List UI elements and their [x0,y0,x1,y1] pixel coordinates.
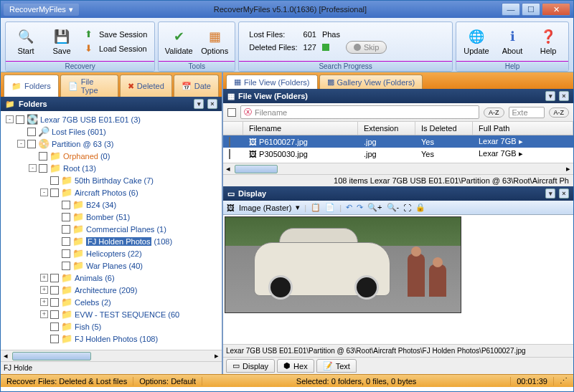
table-row[interactable]: 🖼 P3050030.jpg.jpgYesLexar 7GB ▸ [223,148,573,160]
panel-menu-button[interactable]: ▾ [545,188,555,199]
tree-row[interactable]: +📁Animals (6) [3,272,220,284]
tree-row[interactable]: 📁50th Birthday Cake (7) [3,174,220,186]
resize-grip-icon[interactable]: ⋰ [554,376,573,386]
tree-checkbox[interactable] [50,274,59,282]
skip-button[interactable]: Skip [346,41,387,54]
row-checkbox[interactable] [229,149,230,159]
tool-fit-icon[interactable]: ⛶ [403,204,411,212]
options-button[interactable]: ▦ Options [197,25,232,58]
tree-checkbox[interactable] [62,237,70,246]
load-session-button[interactable]: ⬇ Load Session [80,42,151,56]
validate-button[interactable]: ✔ Validate [161,25,196,58]
expander-icon[interactable]: + [40,310,48,318]
tab-text[interactable]: 📝 Text [316,359,357,373]
ext-filter[interactable]: Exte [509,107,545,118]
tool-rotate-right-icon[interactable]: ↷ [357,203,363,212]
tree-row[interactable]: 📁Helicopters (22) [3,247,220,259]
col-full-path[interactable]: Full Path [473,122,573,135]
tree-checkbox[interactable] [39,164,47,173]
tree-checkbox[interactable] [39,152,47,161]
start-button[interactable]: 🔍 Start [9,25,43,58]
tool-zoom-out-icon[interactable]: 🔍- [387,203,400,212]
expander-icon[interactable]: - [29,164,37,172]
update-button[interactable]: 🌐 Update [459,25,494,58]
app-menu[interactable]: RecoverMyFiles ▾ [4,4,79,16]
col-filename[interactable]: Filename [243,122,358,135]
expander-icon[interactable]: - [6,115,14,123]
tree-row[interactable]: -📁Aircraft Photos (6) [3,186,220,199]
about-button[interactable]: ℹ About [495,25,530,58]
expander-icon[interactable]: - [17,140,25,148]
tree-checkbox[interactable] [62,213,70,221]
filename-filter[interactable]: ⓧ Filename [240,105,479,119]
save-button[interactable]: 💾 Save [44,25,79,58]
tree-checkbox[interactable] [62,201,70,209]
tree-row[interactable]: -📁Root (13) [3,162,220,174]
tree-row[interactable]: 📁B24 (34) [3,199,220,211]
tree-checkbox[interactable] [27,128,36,136]
list-scrollbar[interactable]: ◂ ▸ [223,163,573,174]
tab-folders[interactable]: 📁 Folders [4,75,59,97]
tree-row[interactable]: 📁Bomber (51) [3,211,220,223]
tab-display[interactable]: ▭ Display [226,359,275,373]
tree-row[interactable]: 📁FJ Holden Photos (108) [3,333,220,345]
save-session-button[interactable]: ⬆ Save Session [80,27,151,42]
expander-icon[interactable]: + [40,298,48,306]
close-button[interactable]: ✕ [542,3,570,16]
image-viewport[interactable] [223,215,573,344]
tree-row[interactable]: 📁Fish (5) [3,320,220,333]
folder-tree[interactable]: -💽Lexar 7GB USB E01.E01 (3)🔎Lost Files (… [1,111,222,350]
sort-az-button-2[interactable]: A-Z [549,107,570,118]
tree-checkbox[interactable] [50,310,59,319]
tree-checkbox[interactable] [50,286,59,295]
tool-copy-icon[interactable]: 📋 [311,203,321,212]
panel-close-button[interactable]: × [559,91,569,101]
tree-checkbox[interactable] [62,225,70,234]
tree-checkbox[interactable] [50,335,59,343]
tool-paste-icon[interactable]: 📄 [325,203,335,212]
tree-row[interactable]: 📁Orphaned (0) [3,150,220,162]
row-checkbox[interactable] [229,137,230,147]
panel-close-button[interactable]: × [559,188,569,199]
tab-deleted[interactable]: ✖ Deleted [120,75,172,97]
filter-checkbox[interactable] [227,108,236,117]
tree-row[interactable]: +📁Architecture (209) [3,284,220,296]
col-is-deleted[interactable]: Is Deleted [415,122,473,135]
tree-checkbox[interactable] [50,322,59,331]
tree-row[interactable]: 📁War Planes (40) [3,259,220,272]
tab-hex[interactable]: ⬢ Hex [277,359,314,373]
panel-close-button[interactable]: × [207,99,217,109]
expander-icon[interactable]: - [40,188,48,196]
panel-menu-button[interactable]: ▾ [545,91,555,101]
tree-row[interactable]: +📁EVW - TEST SEQUENCE (60 [3,308,220,320]
tool-rotate-left-icon[interactable]: ↶ [346,203,352,212]
tab-file-view[interactable]: ▦ File View (Folders) [226,75,318,89]
tree-checkbox[interactable] [50,188,59,197]
tree-row[interactable]: -📀Partition @ 63 (3) [3,138,220,150]
tree-checkbox[interactable] [50,176,59,185]
minimize-button[interactable]: — [502,3,520,16]
maximize-button[interactable]: ☐ [522,3,540,16]
tree-checkbox[interactable] [16,115,24,124]
tree-checkbox[interactable] [50,298,59,307]
expander-icon[interactable]: + [40,274,48,282]
file-list[interactable]: 🖼 P6100027.jpg.jpgYesLexar 7GB ▸🖼 P30500… [223,135,573,163]
dropdown-icon[interactable]: ▾ [296,203,300,212]
sort-az-button[interactable]: A-Z [484,107,504,118]
tree-row[interactable]: +📁Celebs (2) [3,296,220,308]
tool-zoom-in-icon[interactable]: 🔍+ [367,203,382,212]
tab-file-type[interactable]: 📄 File Type [60,75,118,97]
panel-menu-button[interactable]: ▾ [194,99,204,109]
tab-date[interactable]: 📅 Date [174,75,219,97]
col-extension[interactable]: Extension [358,122,415,135]
tree-checkbox[interactable] [62,249,70,258]
tree-checkbox[interactable] [27,140,36,148]
tab-gallery-view[interactable]: ▩ Gallery View (Folders) [319,75,423,89]
tree-row[interactable]: 📁FJ Holden Photos (108) [3,235,220,247]
tree-row[interactable]: -💽Lexar 7GB USB E01.E01 (3) [3,113,220,125]
tree-row[interactable]: 🔎Lost Files (601) [3,125,220,138]
tool-lock-icon[interactable]: 🔒 [415,203,425,212]
expander-icon[interactable]: + [40,286,48,294]
help-button[interactable]: ❓ Help [531,25,565,58]
tree-scrollbar[interactable]: ◂ ▸ [1,350,222,361]
